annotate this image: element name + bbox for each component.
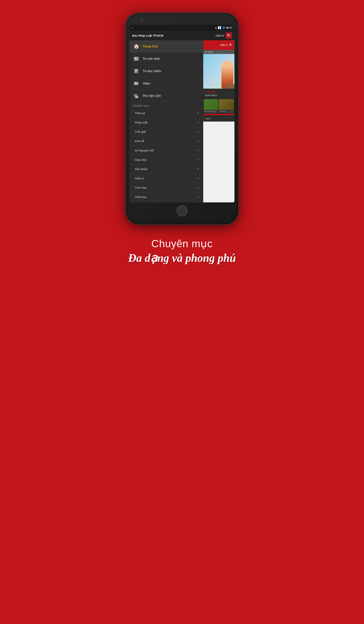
sidebar-item-thoi-su-label: Thời sự [135, 111, 145, 115]
content-small-items: gái chí ủa Bí g 'Đi t tay [203, 99, 234, 114]
news-icon [133, 55, 140, 62]
sidebar-item-gallery[interactable]: Thư viện ảnh [130, 90, 203, 102]
sidebar-item-suc-khoe[interactable]: Sức khỏe ≡ [130, 164, 203, 174]
svg-rect-1 [134, 57, 136, 59]
sidebar-item-latest-label: Tin mới nhất [143, 57, 160, 60]
nav-drawer: 🏠 Trang Chủ [130, 40, 203, 202]
svg-rect-17 [138, 82, 139, 85]
sidebar-item-the-gioi[interactable]: Thế giới ≡ [130, 127, 203, 136]
svg-rect-13 [134, 82, 136, 83]
clock: 00:17 [226, 26, 232, 29]
phone-bottom-bar [130, 206, 234, 216]
sidebar-item-home-label: Trang Chủ [143, 45, 158, 48]
svg-rect-12 [134, 82, 138, 85]
sidebar-item-ky-nguyen-label: Ký Nguyên Số [135, 149, 154, 152]
submenu-icon-1: ≡ [197, 121, 199, 124]
search-button[interactable]: 🔍 [226, 32, 232, 39]
submenu-icon-6: ≡ [197, 167, 199, 171]
news-card: a showbiz người đẹp bị [203, 89, 234, 99]
sidebar-item-an-ninh[interactable]: An ninh trật tự ≡ [130, 202, 203, 202]
app-header: Báo Pháp Luật TP.HCM Giải trí 🔍 [130, 31, 234, 40]
caption-line1: Chuyên mục [128, 237, 236, 250]
svg-rect-4 [134, 59, 138, 60]
submenu-icon-2: ≡ [197, 130, 199, 133]
sidebar-item-gallery-label: Thư viện ảnh [143, 94, 161, 98]
sidebar-item-the-thao-label: Thể thao [135, 195, 147, 199]
status-right: ▲ ▋▋ 🔵 00:17 [215, 26, 232, 29]
sidebar-item-video[interactable]: Video [130, 77, 203, 90]
submenu-icon-9: ≡ [197, 195, 199, 199]
sidebar-item-giai-tri-label: Giải trí [135, 177, 144, 180]
status-left: ▪ [132, 26, 133, 29]
video-icon [133, 80, 140, 87]
submenu-icon-8: ≡ [197, 186, 199, 189]
submenu-icon-5: ≡ [197, 158, 199, 161]
sidebar-item-home[interactable]: 🏠 Trang Chủ [130, 40, 203, 53]
nav-section-title: Chuyên mục [130, 102, 203, 108]
caption-line2: Đa dạng và phong phú [128, 251, 236, 264]
caption-area: Chuyên mục Đa dạng và phong phú [128, 237, 236, 264]
submenu-icon-4: ≡ [197, 149, 199, 152]
home-button[interactable] [177, 206, 187, 216]
sidebar-item-giao-duc-label: Giáo dục [135, 158, 147, 161]
submenu-icon-3: ≡ [197, 139, 199, 143]
sidebar-item-suc-khoe-label: Sức khỏe [135, 167, 148, 171]
svg-rect-7 [135, 70, 138, 70]
svg-text:♟: ♟ [137, 72, 138, 74]
news-card-text: người đẹp bị [205, 94, 233, 97]
sidebar-item-thoi-su[interactable]: Thời sự ≡ [130, 108, 203, 118]
sidebar-item-the-gioi-label: Thế giới [135, 130, 146, 133]
wifi-icon: ▲ [215, 26, 217, 29]
sidebar-item-latest[interactable]: Tin mới nhất [130, 53, 203, 65]
camera-dot [140, 19, 143, 22]
content-item-2: 'Đi t tay [219, 99, 234, 113]
phone-top-bar [130, 20, 234, 22]
content-top-label: Giải trí [220, 44, 228, 47]
submenu-icon-7: ≡ [197, 177, 199, 180]
sidebar-item-popular[interactable]: ♟ Tin đọc nhiều [130, 65, 203, 77]
content-panel: Giải trí 🔍 oc nhiều a showbiz người đ [203, 40, 234, 202]
sidebar-item-phap-luat[interactable]: Pháp luật ≡ [130, 118, 203, 127]
sidebar-item-phap-luat-label: Pháp luật [135, 121, 148, 124]
header-right-label: Giải trí [216, 34, 224, 37]
svg-rect-5 [134, 60, 137, 60]
svg-rect-21 [136, 96, 138, 98]
sidebar-item-video-label: Video [143, 82, 150, 85]
header-right: Giải trí 🔍 [216, 32, 232, 39]
gallery-label: n ảnh [203, 115, 234, 122]
sidebar-item-the-thao[interactable]: Thể thao ≡ [130, 192, 203, 202]
sidebar-item-tinh-yeu[interactable]: Tình Yêu ≡ [130, 183, 203, 192]
gallery-icon [133, 93, 140, 99]
sidebar-item-popular-label: Tin đọc nhiều [143, 69, 161, 73]
sidebar-item-giao-duc[interactable]: Giáo dục ≡ [130, 155, 203, 164]
screen-content: 🏠 Trang Chủ [130, 40, 234, 202]
sidebar-item-giai-tri[interactable]: Giải trí ≡ [130, 174, 203, 183]
speaker-grill [169, 20, 195, 22]
battery-icon: 🔵 [222, 26, 225, 29]
signal-icon: ▋▋ [218, 26, 221, 29]
phone-shell: ▪ ▲ ▋▋ 🔵 00:17 Báo Pháp Luật TP.HCM Giải… [126, 13, 238, 224]
svg-rect-8 [135, 70, 138, 71]
content-item-2-label: 'Đi t tay [219, 110, 234, 113]
content-item-1: gái chí ủa Bí g [204, 99, 219, 113]
home-icon: 🏠 [133, 43, 140, 50]
book-icon: ♟ [133, 68, 140, 74]
phone-container: ▪ ▲ ▋▋ 🔵 00:17 Báo Pháp Luật TP.HCM Giải… [126, 13, 238, 224]
sidebar-item-kinh-te[interactable]: Kinh tế ≡ [130, 136, 203, 146]
content-banner-label: oc nhiều [203, 50, 234, 54]
svg-rect-9 [135, 71, 137, 72]
content-banner [203, 54, 234, 89]
svg-rect-3 [137, 58, 138, 59]
svg-rect-16 [136, 84, 138, 84]
sidebar-item-tinh-yeu-label: Tình Yêu [135, 186, 147, 189]
app-title: Báo Pháp Luật TP.HCM [132, 34, 163, 37]
sidebar-item-kinh-te-label: Kinh tế [135, 139, 144, 143]
svg-rect-14 [134, 84, 136, 84]
status-bar: ▪ ▲ ▋▋ 🔵 00:17 [130, 25, 234, 31]
content-search-icon: 🔍 [229, 43, 233, 47]
svg-rect-15 [136, 82, 138, 83]
svg-rect-2 [137, 58, 138, 58]
sidebar-item-ky-nguyen[interactable]: Ký Nguyên Số ≡ [130, 146, 203, 155]
screen-icon: ▪ [132, 26, 133, 29]
phone-screen: ▪ ▲ ▋▋ 🔵 00:17 Báo Pháp Luật TP.HCM Giải… [130, 25, 234, 202]
